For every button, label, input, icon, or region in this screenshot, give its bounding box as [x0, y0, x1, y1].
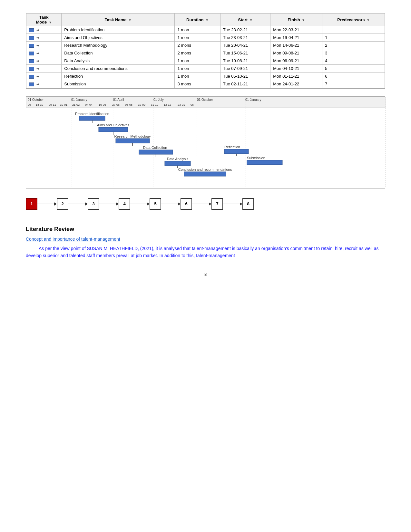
svg-text:27-06: 27-06	[112, 103, 120, 106]
task-mode-cell: ➡	[26, 65, 62, 73]
lit-review-body: As per the view point of SUSAN M. HEATHF…	[26, 245, 385, 259]
task-predecessors-cell: 2	[322, 42, 385, 49]
table-row: ➡ Aims and Objectives 1 mon Tue 23-03-21…	[26, 34, 385, 42]
col-header-predecessors[interactable]: Predecessors ▼	[322, 14, 385, 26]
literature-review-section: Literature Review Concept and importance…	[26, 226, 385, 259]
task-mode-cell: ➡	[26, 42, 62, 49]
svg-rect-46	[224, 149, 249, 154]
task-name-cell: Problem Identification	[62, 26, 175, 34]
svg-text:01 October: 01 October	[28, 98, 44, 102]
task-duration-cell: 1 mon	[175, 34, 220, 42]
table-row: ➡ Data Collection 2 mons Tue 15-06-21 Mo…	[26, 49, 385, 57]
table-row: ➡ Data Analysis 1 mon Tue 10-08-21 Mon 0…	[26, 57, 385, 65]
col-header-task-mode[interactable]: TaskMode ▼	[26, 14, 62, 26]
task-start-cell: Tue 23-03-21	[220, 34, 270, 42]
task-predecessors-cell: 4	[322, 57, 385, 65]
task-duration-cell: 3 mons	[175, 80, 220, 88]
svg-rect-49	[247, 160, 282, 165]
task-duration-cell: 2 mons	[175, 42, 220, 49]
svg-text:21-02: 21-02	[72, 103, 80, 106]
network-node-1: 1	[26, 198, 37, 210]
table-row: ➡ Reflection 1 mon Tue 05-10-21 Mon 01-1…	[26, 73, 385, 80]
svg-text:01 January: 01 January	[245, 98, 261, 102]
table-row: ➡ Conclusion and recommendations 1 mon T…	[26, 65, 385, 73]
svg-text:Research Methodology: Research Methodology	[114, 134, 151, 138]
task-name-cell: Data Collection	[62, 49, 175, 57]
svg-text:01 July: 01 July	[153, 98, 164, 102]
network-node-8: 8	[242, 198, 254, 210]
svg-rect-37	[139, 150, 173, 154]
gantt-table: TaskMode ▼ Task Name ▼ Duration ▼ Start …	[26, 13, 385, 88]
network-arrow-5	[192, 202, 211, 206]
task-duration-cell: 1 mon	[175, 26, 220, 34]
col-header-duration[interactable]: Duration ▼	[175, 14, 220, 26]
task-finish-cell: Mon 22-03-21	[270, 26, 322, 34]
task-mode-cell: ➡	[26, 49, 62, 57]
task-mode-cell: ➡	[26, 57, 62, 65]
task-finish-cell: Mon 09-08-21	[270, 49, 322, 57]
task-name-cell: Aims and Objectives	[62, 34, 175, 42]
network-diagram: 12345678	[26, 195, 385, 213]
task-mode-cell: ➡	[26, 26, 62, 34]
network-arrow-4	[161, 202, 181, 206]
svg-rect-28	[79, 116, 105, 121]
task-start-cell: Tue 23-02-21	[220, 26, 270, 34]
network-node-7: 7	[211, 198, 223, 210]
task-predecessors-cell: 7	[322, 80, 385, 88]
col-header-finish[interactable]: Finish ▼	[270, 14, 322, 26]
network-arrow-6	[223, 202, 242, 206]
task-start-cell: Tue 07-09-21	[220, 65, 270, 73]
task-mode-cell: ➡	[26, 80, 62, 88]
task-duration-cell: 1 mon	[175, 57, 220, 65]
task-predecessors-cell: 6	[322, 73, 385, 80]
task-finish-cell: Mon 14-06-21	[270, 42, 322, 49]
task-name-cell: Reflection	[62, 73, 175, 80]
task-finish-cell: Mon 01-11-21	[270, 73, 322, 80]
task-start-cell: Tue 10-08-21	[220, 57, 270, 65]
task-duration-cell: 1 mon	[175, 73, 220, 80]
col-header-task-name[interactable]: Task Name ▼	[62, 14, 175, 26]
task-name-cell: Data Analysis	[62, 57, 175, 65]
svg-rect-43	[184, 172, 226, 176]
table-row: ➡ Research Methodology 2 mons Tue 20-04-…	[26, 42, 385, 49]
svg-text:01 October: 01 October	[197, 98, 213, 102]
lit-review-title: Literature Review	[26, 226, 385, 233]
svg-text:19-09: 19-09	[138, 103, 145, 106]
network-node-4: 4	[119, 198, 130, 210]
task-start-cell: Tue 20-04-21	[220, 42, 270, 49]
svg-text:Problem Identification: Problem Identification	[75, 112, 109, 116]
svg-text:10-01: 10-01	[60, 103, 67, 106]
svg-text:Submission: Submission	[247, 156, 265, 160]
network-node-3: 3	[88, 198, 99, 210]
network-node-2: 2	[57, 198, 68, 210]
task-finish-cell: Mon 19-04-21	[270, 34, 322, 42]
network-node-5: 5	[150, 198, 161, 210]
col-header-start[interactable]: Start ▼	[220, 14, 270, 26]
task-mode-cell: ➡	[26, 34, 62, 42]
table-row: ➡ Submission 3 mons Tue 02-11-21 Mon 24-…	[26, 80, 385, 88]
task-duration-cell: 1 mon	[175, 65, 220, 73]
svg-text:01 April: 01 April	[113, 98, 124, 102]
task-mode-cell: ➡	[26, 73, 62, 80]
gantt-chart-wrapper: 01 October 01 January 01 April 01 July 0…	[26, 96, 385, 189]
svg-text:18-10: 18-10	[36, 103, 43, 106]
svg-text:12-12: 12-12	[164, 103, 171, 106]
svg-text:Aims and Objectives: Aims and Objectives	[97, 123, 130, 127]
svg-text:Data Analysis: Data Analysis	[167, 157, 189, 161]
lit-review-link[interactable]: Concept and importance of talent-managem…	[26, 237, 385, 242]
task-name-cell: Submission	[62, 80, 175, 88]
svg-text:06-: 06-	[191, 103, 195, 106]
table-row: ➡ Problem Identification 1 mon Tue 23-02…	[26, 26, 385, 34]
svg-text:23-01: 23-01	[178, 103, 185, 106]
task-finish-cell: Mon 04-10-21	[270, 65, 322, 73]
network-arrow-3	[130, 202, 150, 206]
task-start-cell: Tue 02-11-21	[220, 80, 270, 88]
gantt-chart-svg: 01 October 01 January 01 April 01 July 0…	[26, 97, 386, 187]
task-finish-cell: Mon 24-01-22	[270, 80, 322, 88]
svg-text:31-10: 31-10	[151, 103, 158, 106]
svg-text:Reflection: Reflection	[224, 145, 240, 149]
svg-text:09: 09	[28, 103, 31, 106]
svg-text:Conclusion and recommendations: Conclusion and recommendations	[178, 168, 232, 171]
task-name-cell: Research Methodology	[62, 42, 175, 49]
svg-text:04-04: 04-04	[85, 103, 93, 106]
